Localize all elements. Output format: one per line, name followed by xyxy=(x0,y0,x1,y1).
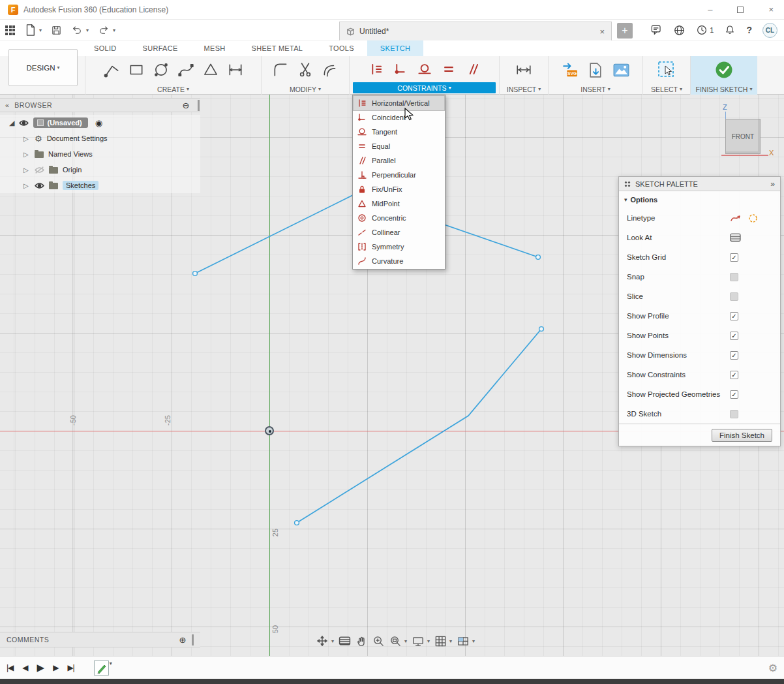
hidden-eye-icon[interactable] xyxy=(35,166,44,174)
insert-svg-icon[interactable]: SVG xyxy=(562,61,579,79)
feature-dropdown-caret[interactable]: ▾ xyxy=(110,661,112,666)
step-forward-button[interactable]: ▶ xyxy=(53,663,58,672)
expand-icon[interactable]: ▷ xyxy=(23,151,30,158)
grid-settings-button[interactable] xyxy=(434,635,452,647)
sketch-grid-checkbox[interactable]: ✓ xyxy=(730,253,738,262)
menu-item-concentric[interactable]: Concentric xyxy=(354,211,444,225)
settings-gear-icon[interactable]: ⚙ xyxy=(768,662,777,674)
undo-button[interactable] xyxy=(71,24,89,36)
menu-item-perpendicular[interactable]: Perpendicular xyxy=(354,168,444,182)
online-status-globe-icon[interactable] xyxy=(673,24,686,37)
spline-linetype-icon[interactable] xyxy=(730,213,742,223)
polygon-tool-icon[interactable] xyxy=(202,61,219,78)
menu-item-equal[interactable]: Equal xyxy=(354,139,444,153)
palette-collapse-icon[interactable]: » xyxy=(770,179,775,189)
activate-radio-icon[interactable]: ◉ xyxy=(95,118,102,128)
app-grid-icon[interactable] xyxy=(5,25,15,35)
redo-button[interactable] xyxy=(98,24,115,36)
trim-scissors-icon[interactable] xyxy=(297,61,314,78)
show-points-checkbox[interactable]: ✓ xyxy=(730,332,738,340)
coincident-constraint-icon[interactable] xyxy=(394,63,407,76)
finish-sketch-icon[interactable] xyxy=(714,60,734,80)
minimize-button[interactable]: – xyxy=(708,5,712,14)
browser-item-named-views[interactable]: ▷ Named Views xyxy=(0,146,200,162)
equal-constraint-icon[interactable] xyxy=(442,63,455,76)
snap-checkbox[interactable] xyxy=(730,273,738,281)
display-settings-button[interactable] xyxy=(412,635,430,647)
finish-sketch-palette-button[interactable]: Finish Sketch xyxy=(712,429,772,442)
zoom-window-button[interactable] xyxy=(389,635,407,647)
tab-sketch[interactable]: SKETCH xyxy=(367,40,423,56)
menu-item-horizontal-vertical[interactable]: Horizontal/Vertical xyxy=(354,96,444,110)
expand-icon[interactable]: ▷ xyxy=(23,166,30,174)
show-profile-checkbox[interactable]: ✓ xyxy=(730,312,738,320)
menu-item-collinear[interactable]: Collinear xyxy=(354,225,444,240)
play-button[interactable]: ▶ xyxy=(37,662,44,674)
options-section-header[interactable]: Options xyxy=(619,191,780,208)
tab-tools[interactable]: TOOLS xyxy=(316,40,367,56)
rectangle-tool-icon[interactable] xyxy=(128,61,145,78)
horizontal-vertical-constraint-icon[interactable] xyxy=(370,63,383,76)
skip-to-end-button[interactable]: ▶| xyxy=(67,663,74,672)
timeline-sketch-feature[interactable]: ▾ xyxy=(94,661,112,676)
document-tab[interactable]: Untitled* × xyxy=(340,22,611,40)
viewcube[interactable]: Z FRONT X xyxy=(717,103,780,163)
document-root-pill[interactable]: (Unsaved) xyxy=(33,117,87,128)
tab-sheet-metal[interactable]: SHEET METAL xyxy=(239,40,316,56)
notifications-bell-icon[interactable] xyxy=(724,24,736,36)
menu-item-fix-unfix[interactable]: Fix/UnFix xyxy=(354,182,444,196)
maximize-button[interactable] xyxy=(737,7,744,13)
help-icon[interactable]: ? xyxy=(746,25,752,35)
dimension-tool-icon[interactable] xyxy=(227,61,244,78)
tangent-constraint-icon[interactable] xyxy=(418,63,431,76)
browser-scrollbar[interactable] xyxy=(198,100,200,111)
close-button[interactable]: × xyxy=(768,5,774,14)
tab-mesh[interactable]: MESH xyxy=(191,40,239,56)
constraints-menu-button[interactable]: CONSTRAINTS xyxy=(353,82,496,93)
menu-item-midpoint[interactable]: MidPoint xyxy=(354,196,444,211)
insert-menu-label[interactable]: INSERT xyxy=(549,84,642,95)
browser-item-document-settings[interactable]: ▷ ⚙ Document Settings xyxy=(0,131,200,146)
step-back-button[interactable]: ◀ xyxy=(22,663,27,672)
select-tool-icon[interactable] xyxy=(657,60,676,80)
inspect-menu-label[interactable]: INSPECT xyxy=(500,84,548,95)
expand-icon[interactable]: ▷ xyxy=(23,182,30,189)
comments-scrollbar[interactable] xyxy=(192,634,194,645)
create-menu-label[interactable]: CREATE xyxy=(85,84,261,95)
show-constraints-checkbox[interactable]: ✓ xyxy=(730,371,738,379)
finish-sketch-button[interactable]: FINISH SKETCH xyxy=(691,84,757,95)
skip-to-start-button[interactable]: |◀ xyxy=(7,663,13,672)
browser-item-sketches[interactable]: ▷ Sketches xyxy=(0,178,200,193)
select-menu-label[interactable]: SELECT xyxy=(643,84,690,95)
offset-tool-icon[interactable] xyxy=(322,61,339,78)
visibility-eye-icon[interactable] xyxy=(19,119,29,127)
viewports-button[interactable] xyxy=(457,635,475,647)
origin-point[interactable] xyxy=(265,426,274,435)
parallel-constraint-icon[interactable] xyxy=(466,63,479,76)
pan-tool-button[interactable] xyxy=(316,634,334,647)
construction-linetype-icon[interactable] xyxy=(748,213,758,223)
menu-item-parallel[interactable]: Parallel xyxy=(354,153,444,168)
job-status-clock[interactable]: 1 xyxy=(696,24,714,36)
browser-header[interactable]: « BROWSER ⊖ xyxy=(0,98,200,112)
browser-collapse-icon[interactable]: « xyxy=(5,101,9,109)
browser-minimize-icon[interactable]: ⊖ xyxy=(183,101,190,110)
measure-tool-icon[interactable] xyxy=(515,61,532,78)
tab-solid[interactable]: SOLID xyxy=(81,40,130,56)
look-at-button[interactable] xyxy=(339,636,351,646)
insert-canvas-image-icon[interactable] xyxy=(612,61,630,79)
pan-hand-button[interactable] xyxy=(355,635,368,647)
comments-panel[interactable]: COMMENTS ⊕ xyxy=(0,632,200,647)
menu-item-tangent[interactable]: Tangent xyxy=(354,125,444,139)
line-tool-icon[interactable] xyxy=(103,61,120,78)
browser-root-row[interactable]: ◢ (Unsaved) ◉ xyxy=(0,115,200,131)
visibility-eye-icon[interactable] xyxy=(35,182,44,189)
insert-mesh-icon[interactable] xyxy=(587,61,605,79)
modify-menu-label[interactable]: MODIFY xyxy=(262,84,349,95)
slice-checkbox[interactable] xyxy=(730,292,738,301)
zoom-button[interactable] xyxy=(372,635,385,647)
tab-close-icon[interactable]: × xyxy=(599,27,605,37)
new-tab-button[interactable]: + xyxy=(617,23,633,39)
show-projected-geometries-checkbox[interactable]: ✓ xyxy=(730,390,738,399)
sketch-palette-header[interactable]: SKETCH PALETTE » xyxy=(619,177,780,191)
